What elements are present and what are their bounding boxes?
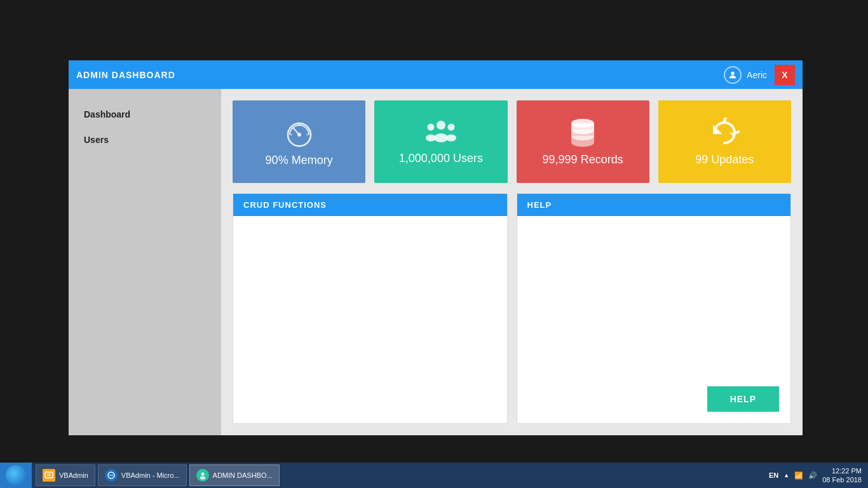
admin-dashbo-icon: [196, 469, 209, 482]
vbadmin-micro-icon: [105, 469, 118, 482]
svg-point-9: [427, 123, 434, 130]
help-panel-header: HELP: [517, 194, 791, 216]
user-icon: [724, 66, 742, 84]
help-panel: HELP HELP: [517, 193, 792, 424]
crud-panel: CRUD FUNCTIONS: [233, 193, 508, 424]
start-button[interactable]: [0, 463, 32, 488]
taskbar-items: VBAdmin VBAdmin - Micro... ADMIN DASHBO.…: [32, 464, 763, 486]
tray-date-value: 08 Feb 2018: [822, 475, 862, 484]
refresh-icon: [709, 118, 740, 148]
users-icon: [424, 119, 458, 147]
title-bar: ADMIN DASHBOARD Aeric X: [69, 60, 803, 89]
taskbar-item-vbadmin[interactable]: VBAdmin: [36, 464, 95, 486]
vbadmin-label: VBAdmin: [59, 471, 88, 479]
main-content: 90% Memory 1,000,000 Use: [221, 89, 803, 435]
crud-panel-header: CRUD FUNCTIONS: [233, 194, 507, 216]
svg-marker-14: [714, 128, 719, 133]
user-area: Aeric: [724, 66, 767, 84]
vbadmin-icon: [43, 469, 55, 482]
vbadmin-micro-label: VBAdmin - Micro...: [121, 471, 180, 479]
svg-point-11: [447, 123, 454, 130]
svg-point-7: [437, 121, 445, 130]
crud-panel-body: [233, 216, 507, 423]
username-label: Aeric: [747, 70, 767, 80]
start-orb-icon: [6, 465, 26, 485]
records-label: 99,999 Records: [543, 153, 623, 166]
tray-network-icon: 📶: [794, 471, 803, 480]
tray-clock: 12:22 PM 08 Feb 2018: [822, 466, 862, 485]
taskbar-item-vbadmin-micro[interactable]: VBAdmin - Micro...: [98, 464, 187, 486]
app-body: Dashboard Users: [69, 89, 803, 435]
tray-volume-icon: 🔊: [808, 471, 817, 480]
svg-rect-16: [45, 472, 53, 478]
stat-card-records[interactable]: 99,999 Records: [517, 100, 649, 183]
app-title: ADMIN DASHBOARD: [76, 70, 175, 80]
taskbar: VBAdmin VBAdmin - Micro... ADMIN DASHBO.…: [0, 463, 868, 488]
database-icon: [569, 118, 597, 148]
tray-time-value: 12:22 PM: [822, 466, 862, 475]
svg-point-10: [426, 134, 436, 141]
svg-point-8: [434, 133, 448, 142]
sidebar-item-users[interactable]: Users: [69, 127, 221, 152]
sidebar-item-dashboard[interactable]: Dashboard: [69, 102, 221, 127]
app-window: ADMIN DASHBOARD Aeric X Dashboard User: [69, 60, 803, 435]
gauge-icon: [283, 117, 315, 149]
sidebar: Dashboard Users: [69, 89, 221, 435]
stats-row: 90% Memory 1,000,000 Use: [233, 100, 791, 183]
svg-marker-15: [729, 133, 735, 138]
title-bar-right: Aeric X: [724, 65, 795, 85]
svg-line-3: [294, 128, 299, 135]
tray-arrow-icon: ▲: [783, 472, 789, 478]
tray-language: EN: [769, 471, 778, 479]
svg-point-0: [731, 71, 734, 74]
svg-point-21: [201, 473, 204, 476]
svg-point-12: [446, 134, 456, 141]
updates-label: 99 Updates: [695, 153, 754, 166]
stat-card-users[interactable]: 1,000,000 Users: [374, 100, 507, 183]
svg-point-22: [200, 477, 205, 480]
close-button[interactable]: X: [775, 65, 795, 85]
help-button[interactable]: HELP: [707, 386, 779, 412]
system-tray: EN ▲ 📶 🔊 12:22 PM 08 Feb 2018: [763, 466, 868, 485]
stat-card-updates[interactable]: 99 Updates: [658, 100, 791, 183]
panels-row: CRUD FUNCTIONS HELP HELP: [233, 193, 791, 424]
stat-card-memory[interactable]: 90% Memory: [233, 100, 365, 183]
memory-label: 90% Memory: [266, 154, 333, 167]
help-panel-body: HELP: [517, 216, 791, 423]
taskbar-item-admin-dashbo[interactable]: ADMIN DASHBO...: [189, 464, 280, 486]
admin-dashbo-label: ADMIN DASHBO...: [213, 471, 273, 479]
users-label: 1,000,000 Users: [399, 152, 483, 165]
